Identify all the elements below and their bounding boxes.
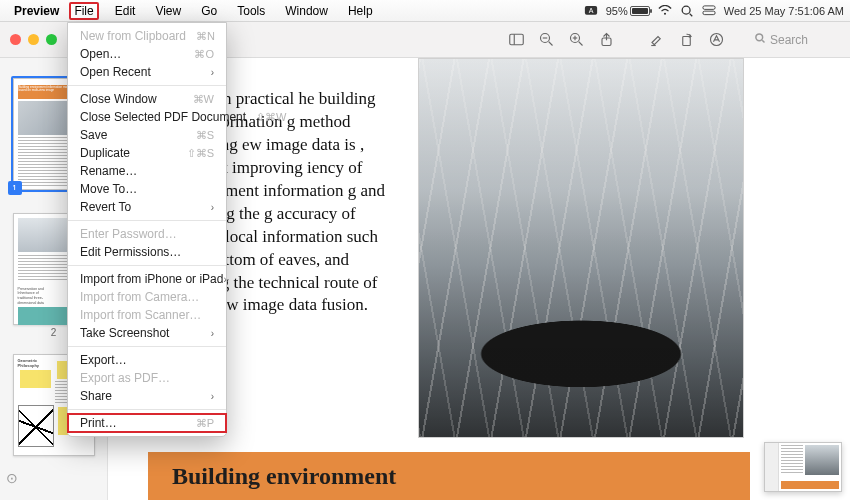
keyboard-input-icon[interactable]: A (584, 5, 598, 17)
file-menu-import-from-iphone-or-ipad[interactable]: Import from iPhone or iPad› (68, 270, 226, 288)
file-menu-move-to[interactable]: Move To… (68, 180, 226, 198)
file-menu-export-as-pdf: Export as PDF… (68, 369, 226, 387)
highlight-button[interactable] (644, 29, 668, 51)
file-menu-enter-password: Enter Password… (68, 225, 226, 243)
battery-status[interactable]: 95% (606, 5, 650, 17)
zoom-window-button[interactable] (46, 34, 57, 45)
menubar-app-name[interactable]: Preview (14, 4, 59, 18)
menubar-status-area: A 95% Wed 25 May 7:51:06 AM (584, 5, 844, 17)
menubar-item-view[interactable]: View (151, 2, 185, 20)
spotlight-icon[interactable] (680, 5, 694, 17)
svg-rect-18 (682, 37, 690, 46)
window-traffic-lights (10, 34, 57, 45)
file-menu-save[interactable]: Save⌘S (68, 126, 226, 144)
svg-point-3 (682, 6, 690, 14)
svg-text:A: A (588, 7, 593, 14)
sidebar-toggle-button[interactable] (504, 29, 528, 51)
svg-line-4 (689, 13, 692, 16)
file-menu-revert-to[interactable]: Revert To› (68, 198, 226, 216)
document-photo (418, 58, 744, 438)
rotate-button[interactable] (674, 29, 698, 51)
file-menu-export[interactable]: Export… (68, 351, 226, 369)
battery-icon (630, 6, 650, 16)
file-menu-import-from-camera: Import from Camera… (68, 288, 226, 306)
file-menu-close-selected-pdf-document[interactable]: Close Selected PDF Document⇧⌘W (68, 108, 226, 126)
menubar-clock[interactable]: Wed 25 May 7:51:06 AM (724, 5, 844, 17)
menubar-item-tools[interactable]: Tools (233, 2, 269, 20)
battery-percent-label: 95% (606, 5, 628, 17)
control-center-icon[interactable] (702, 5, 716, 17)
close-window-button[interactable] (10, 34, 21, 45)
file-menu-close-window[interactable]: Close Window⌘W (68, 90, 226, 108)
share-button[interactable] (594, 29, 618, 51)
file-menu-rename[interactable]: Rename… (68, 162, 226, 180)
macos-menubar: Preview File Edit View Go Tools Window H… (0, 0, 850, 22)
svg-rect-6 (703, 11, 715, 15)
chevron-right-icon: › (211, 67, 214, 78)
menubar-item-edit[interactable]: Edit (111, 2, 140, 20)
file-menu-open-recent[interactable]: Open Recent› (68, 63, 226, 81)
svg-line-21 (762, 40, 764, 42)
markup-button[interactable] (704, 29, 728, 51)
page-overview-thumbnail[interactable] (764, 442, 842, 492)
svg-rect-7 (509, 34, 523, 45)
minimize-window-button[interactable] (28, 34, 39, 45)
sidebar-settings-icon[interactable]: ⊙ (0, 464, 24, 492)
zoom-in-button[interactable] (564, 29, 588, 51)
file-menu-duplicate[interactable]: Duplicate⇧⌘S (68, 144, 226, 162)
menubar-item-go[interactable]: Go (197, 2, 221, 20)
chevron-right-icon: › (223, 274, 226, 285)
chevron-right-icon: › (211, 328, 214, 339)
menubar-item-window[interactable]: Window (281, 2, 332, 20)
svg-line-13 (578, 42, 582, 46)
page-number-2: 2 (51, 327, 57, 338)
thumb3-title: Geometric Philosophy (18, 359, 53, 369)
file-menu-edit-permissions[interactable]: Edit Permissions… (68, 243, 226, 261)
search-icon (754, 32, 766, 47)
svg-line-10 (548, 42, 552, 46)
chevron-right-icon: › (211, 202, 214, 213)
file-menu-take-screenshot[interactable]: Take Screenshot› (68, 324, 226, 342)
file-menu-open[interactable]: Open…⌘O (68, 45, 226, 63)
file-menu-new-from-clipboard: New from Clipboard⌘N (68, 27, 226, 45)
search-field[interactable]: Search (750, 30, 840, 49)
page-badge: 1 (8, 181, 22, 195)
wifi-icon[interactable] (658, 5, 672, 17)
svg-point-20 (756, 34, 763, 41)
file-menu-share[interactable]: Share› (68, 387, 226, 405)
search-placeholder: Search (770, 33, 808, 47)
file-menu-import-from-scanner: Import from Scanner… (68, 306, 226, 324)
menubar-item-file[interactable]: File (69, 2, 98, 20)
zoom-out-button[interactable] (534, 29, 558, 51)
document-heading: Building environment (148, 452, 750, 500)
file-menu-dropdown: New from Clipboard⌘NOpen…⌘OOpen Recent›C… (67, 22, 227, 437)
svg-point-2 (664, 13, 666, 15)
menubar-item-help[interactable]: Help (344, 2, 377, 20)
svg-rect-5 (703, 6, 715, 10)
file-menu-print[interactable]: Print…⌘P (68, 414, 226, 432)
chevron-right-icon: › (211, 391, 214, 402)
